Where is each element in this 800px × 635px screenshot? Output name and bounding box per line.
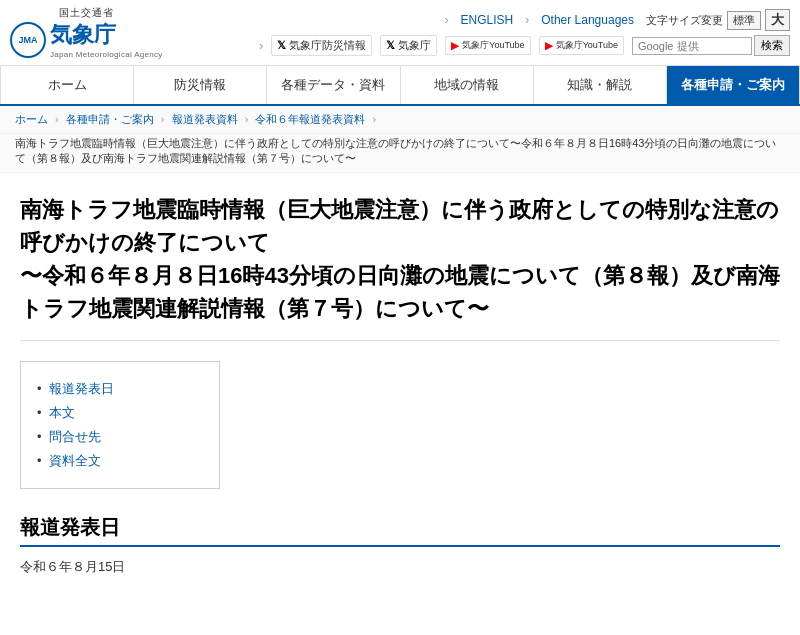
youtube2-label: 気象庁YouTube [556, 39, 618, 52]
agency-name-kanji: 気象庁 [50, 20, 163, 50]
youtube1-link[interactable]: ▶ 気象庁YouTube [445, 36, 530, 55]
search-box: 検索 [632, 35, 790, 56]
section-content-press-date: 令和６年８月15日 [20, 555, 780, 578]
twitter2-label: 気象庁 [398, 38, 431, 53]
toc-box: • 報道発表日 • 本文 • 問合せ先 • 資料全文 [20, 361, 220, 489]
youtube2-link[interactable]: ▶ 気象庁YouTube [539, 36, 624, 55]
x-icon-2: 𝕏 [386, 39, 395, 52]
font-size-controls: 文字サイズ変更 標準 大 [646, 9, 790, 31]
breadcrumb-sub: 南海トラフ地震臨時情報（巨大地震注意）に伴う政府としての特別な注意の呼びかけの終… [0, 134, 800, 173]
section-press-date: 報道発表日 令和６年８月15日 [20, 514, 780, 578]
top-links-row2: › 𝕏 気象庁防災情報 𝕏 気象庁 ▶ 気象庁YouTube ▶ 気象庁YouT… [181, 35, 790, 56]
arrow-sep2: › [259, 38, 263, 53]
font-large-button[interactable]: 大 [765, 9, 790, 31]
toc-bullet-1: • [37, 381, 42, 396]
search-input[interactable] [632, 37, 752, 55]
breadcrumb-press[interactable]: 報道発表資料 [172, 113, 238, 125]
arrow-sep: › [445, 13, 449, 27]
breadcrumb: ホーム › 各種申請・ご案内 › 報道発表資料 › 令和６年報道発表資料 › [0, 106, 800, 134]
twitter2-link[interactable]: 𝕏 気象庁 [380, 35, 437, 56]
toc-link-1[interactable]: 報道発表日 [49, 381, 114, 396]
nav-item-home[interactable]: ホーム [0, 66, 134, 104]
jma-circle-icon: JMA [10, 22, 46, 58]
toc-link-4[interactable]: 資料全文 [49, 453, 101, 468]
font-normal-button[interactable]: 標準 [727, 11, 761, 30]
toc-bullet-3: • [37, 429, 42, 444]
twitter1-link[interactable]: 𝕏 気象庁防災情報 [271, 35, 372, 56]
toc-link-2[interactable]: 本文 [49, 405, 75, 420]
english-link[interactable]: ENGLISH [461, 13, 514, 27]
toc-bullet-4: • [37, 453, 42, 468]
toc-item-2: • 本文 [37, 404, 203, 422]
ministry-label: 国土交通省 [59, 6, 114, 20]
toc-item-3: • 問合せ先 [37, 428, 203, 446]
nav-item-applications[interactable]: 各種申請・ご案内 [667, 66, 800, 104]
nav-item-regional[interactable]: 地域の情報 [401, 66, 534, 104]
youtube-icon-1: ▶ [451, 40, 459, 51]
youtube-icon-2: ▶ [545, 40, 553, 51]
x-icon-1: 𝕏 [277, 39, 286, 52]
toc-link-3[interactable]: 問合せ先 [49, 429, 101, 444]
toc-bullet-2: • [37, 405, 42, 420]
nav-item-knowledge[interactable]: 知識・解説 [534, 66, 667, 104]
top-links: › ENGLISH › Other Languages 文字サイズ変更 標準 大… [181, 9, 790, 56]
breadcrumb-home[interactable]: ホーム [15, 113, 48, 125]
breadcrumb-sep2: › [161, 113, 165, 125]
toc-item-4: • 資料全文 [37, 452, 203, 470]
breadcrumb-sep3: › [245, 113, 249, 125]
youtube1-label: 気象庁YouTube [462, 39, 524, 52]
breadcrumb-reiwa6[interactable]: 令和６年報道発表資料 [255, 113, 365, 125]
page-title: 南海トラフ地震臨時情報（巨大地震注意）に伴う政府としての特別な注意の呼びかけの終… [20, 193, 780, 341]
section-heading-press-date: 報道発表日 [20, 514, 780, 547]
breadcrumb-applications[interactable]: 各種申請・ご案内 [66, 113, 154, 125]
main-content: 南海トラフ地震臨時情報（巨大地震注意）に伴う政府としての特別な注意の呼びかけの終… [0, 173, 800, 598]
agency-name-en: Japan Meteorological Agency [50, 50, 163, 59]
top-links-row1: › ENGLISH › Other Languages 文字サイズ変更 標準 大 [181, 9, 790, 31]
nav-item-bousai[interactable]: 防災情報 [134, 66, 267, 104]
font-size-label: 文字サイズ変更 [646, 13, 723, 28]
toc-item-1: • 報道発表日 [37, 380, 203, 398]
other-languages-link[interactable]: Other Languages [541, 13, 634, 27]
twitter1-label: 気象庁防災情報 [289, 38, 366, 53]
navigation-bar: ホーム 防災情報 各種データ・資料 地域の情報 知識・解説 各種申請・ご案内 [0, 66, 800, 106]
nav-item-data[interactable]: 各種データ・資料 [267, 66, 400, 104]
top-bar: 国土交通省 JMA 気象庁 Japan Meteorological Agenc… [0, 0, 800, 66]
breadcrumb-sep1: › [55, 113, 59, 125]
search-button[interactable]: 検索 [754, 35, 790, 56]
sep1: › [525, 13, 529, 27]
jma-logo: JMA 気象庁 Japan Meteorological Agency [10, 20, 163, 59]
breadcrumb-sep4: › [372, 113, 376, 125]
logo-area: 国土交通省 JMA 気象庁 Japan Meteorological Agenc… [10, 6, 163, 59]
